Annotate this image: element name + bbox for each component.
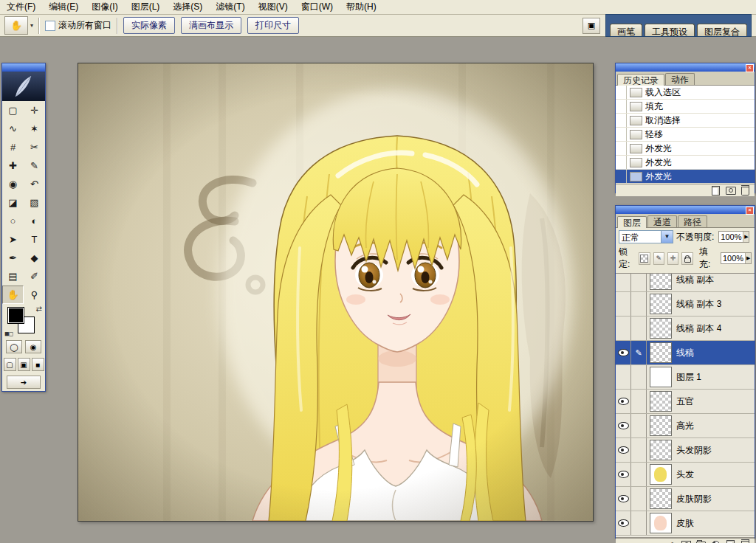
default-colors-icon[interactable]: ◼◻ bbox=[4, 331, 13, 337]
visibility-toggle[interactable] bbox=[616, 463, 631, 486]
visibility-toggle[interactable] bbox=[616, 390, 631, 413]
standard-mode-button[interactable]: ◯ bbox=[6, 340, 22, 353]
menu-file[interactable]: 文件(F) bbox=[0, 0, 42, 15]
layer-thumbnail[interactable] bbox=[650, 391, 672, 412]
visibility-toggle[interactable] bbox=[616, 414, 631, 437]
lock-transparency-button[interactable] bbox=[639, 252, 650, 265]
layer-name[interactable]: 线稿 副本 bbox=[676, 274, 714, 286]
new-document-from-state-button[interactable] bbox=[710, 186, 721, 196]
layer-thumbnail[interactable] bbox=[650, 273, 672, 290]
new-snapshot-button[interactable] bbox=[725, 186, 736, 196]
menu-layer[interactable]: 图层(L) bbox=[125, 0, 167, 15]
visibility-toggle[interactable] bbox=[616, 317, 631, 340]
history-source-well[interactable] bbox=[616, 128, 627, 141]
delete-state-button[interactable] bbox=[740, 186, 751, 196]
layer-name[interactable]: 头发阴影 bbox=[676, 444, 712, 457]
layer-thumbnail[interactable] bbox=[650, 294, 672, 314]
layer-row[interactable]: 皮肤阴影 bbox=[616, 487, 755, 511]
path-selection-tool[interactable]: ➤ bbox=[2, 230, 24, 249]
lock-position-button[interactable]: ✛ bbox=[667, 252, 678, 265]
visibility-toggle[interactable] bbox=[616, 487, 631, 511]
adjustment-layer-button[interactable] bbox=[710, 540, 721, 543]
lock-paint-button[interactable]: ✎ bbox=[653, 252, 664, 265]
layer-name[interactable]: 线稿 副本 3 bbox=[676, 298, 721, 311]
layers-panel-title-bar[interactable]: × bbox=[616, 206, 755, 214]
fullscreen-button[interactable]: ■ bbox=[32, 358, 44, 371]
visibility-toggle[interactable] bbox=[616, 273, 631, 291]
scroll-all-windows-checkbox[interactable] bbox=[45, 21, 55, 31]
tool-preset-dropdown-icon[interactable]: ▾ bbox=[30, 22, 33, 29]
delete-layer-button[interactable] bbox=[740, 540, 751, 543]
history-source-well[interactable] bbox=[616, 142, 627, 155]
notes-tool[interactable]: ▤ bbox=[2, 267, 24, 286]
toolbox-title-bar[interactable] bbox=[2, 63, 45, 72]
layer-row[interactable]: 线稿 副本 bbox=[616, 273, 755, 292]
menu-view[interactable]: 视图(V) bbox=[252, 0, 295, 15]
layer-row[interactable]: 头发阴影 bbox=[616, 438, 755, 463]
document-canvas[interactable] bbox=[78, 63, 594, 522]
menu-window[interactable]: 窗口(W) bbox=[295, 0, 340, 15]
layer-thumbnail[interactable] bbox=[650, 367, 672, 387]
tab-layers[interactable]: 图层 bbox=[617, 216, 647, 228]
blend-mode-select[interactable]: 正常 ▼ bbox=[619, 230, 673, 243]
layer-thumbnail[interactable] bbox=[650, 464, 672, 485]
fill-field[interactable]: 100% ▶ bbox=[721, 252, 752, 264]
fullscreen-menubar-button[interactable]: ▣ bbox=[18, 358, 30, 371]
history-source-well[interactable] bbox=[616, 100, 627, 113]
slice-tool[interactable]: ✂ bbox=[24, 138, 45, 156]
magic-wand-tool[interactable]: ✶ bbox=[24, 120, 45, 138]
layer-thumbnail[interactable] bbox=[650, 488, 672, 509]
history-source-well[interactable] bbox=[616, 114, 627, 127]
menu-filter[interactable]: 滤镜(T) bbox=[209, 0, 251, 15]
layer-row[interactable]: 图层 1 bbox=[616, 365, 755, 390]
well-tab-tool-presets[interactable]: 工具预设 bbox=[645, 24, 695, 36]
layer-row[interactable]: ✎线稿 bbox=[616, 341, 755, 365]
history-source-well[interactable] bbox=[616, 170, 627, 183]
brush-tool[interactable]: ✎ bbox=[24, 156, 45, 175]
layer-row[interactable]: 皮肤 bbox=[616, 511, 755, 536]
layer-name[interactable]: 皮肤 bbox=[676, 517, 694, 530]
layer-name[interactable]: 线稿 bbox=[676, 347, 694, 359]
blur-tool[interactable]: ○ bbox=[2, 212, 24, 230]
eyedropper-tool[interactable]: ✐ bbox=[24, 267, 45, 286]
visibility-toggle[interactable] bbox=[616, 292, 631, 316]
layer-row[interactable]: 高光 bbox=[616, 414, 755, 438]
crop-tool[interactable]: # bbox=[2, 138, 24, 156]
eraser-tool[interactable]: ◪ bbox=[2, 193, 24, 212]
jump-to-imageready-button[interactable]: ➔ bbox=[7, 376, 41, 389]
layer-name[interactable]: 线稿 副本 4 bbox=[676, 322, 721, 335]
hand-tool-preview[interactable]: ✋ bbox=[4, 16, 28, 35]
layer-name[interactable]: 图层 1 bbox=[676, 371, 701, 384]
rectangular-marquee-tool[interactable]: ▢ bbox=[2, 101, 24, 120]
add-mask-button[interactable] bbox=[681, 540, 692, 543]
healing-brush-tool[interactable]: ✚ bbox=[2, 156, 24, 175]
layer-thumbnail[interactable] bbox=[650, 513, 672, 533]
history-source-well[interactable] bbox=[616, 156, 627, 169]
history-state-row[interactable]: 外发光 bbox=[616, 142, 755, 156]
custom-shape-tool[interactable]: ◆ bbox=[24, 249, 45, 267]
hand-tool[interactable]: ✋ bbox=[2, 286, 24, 304]
type-tool[interactable]: T bbox=[24, 230, 45, 249]
quick-mask-button[interactable]: ◉ bbox=[25, 340, 41, 353]
history-state-row[interactable]: 轻移 bbox=[616, 128, 755, 142]
gradient-tool[interactable]: ▧ bbox=[24, 193, 45, 212]
layer-thumbnail[interactable] bbox=[650, 318, 672, 339]
history-source-well[interactable] bbox=[616, 86, 627, 99]
lock-all-button[interactable] bbox=[681, 252, 693, 265]
menu-select[interactable]: 选择(S) bbox=[166, 0, 209, 15]
well-tab-layer-comps[interactable]: 图层复合 bbox=[697, 24, 747, 36]
visibility-toggle[interactable] bbox=[616, 511, 631, 535]
standard-screen-button[interactable]: ▢ bbox=[4, 358, 16, 371]
foreground-color-swatch[interactable] bbox=[7, 307, 24, 324]
layer-row[interactable]: 线稿 副本 3 bbox=[616, 292, 755, 317]
history-panel-title-bar[interactable]: × bbox=[616, 63, 755, 72]
layer-row[interactable]: 头发 bbox=[616, 463, 755, 487]
move-tool[interactable]: ✛ bbox=[24, 101, 45, 120]
layer-row[interactable]: 线稿 副本 4 bbox=[616, 317, 755, 341]
layer-thumbnail[interactable] bbox=[650, 440, 672, 460]
tab-paths[interactable]: 路径 bbox=[678, 215, 707, 227]
history-state-row[interactable]: 外发光 bbox=[616, 170, 755, 184]
visibility-toggle[interactable] bbox=[616, 365, 631, 389]
file-browser-button[interactable]: ▣ bbox=[583, 18, 600, 34]
print-size-button[interactable]: 打印尺寸 bbox=[247, 17, 299, 34]
